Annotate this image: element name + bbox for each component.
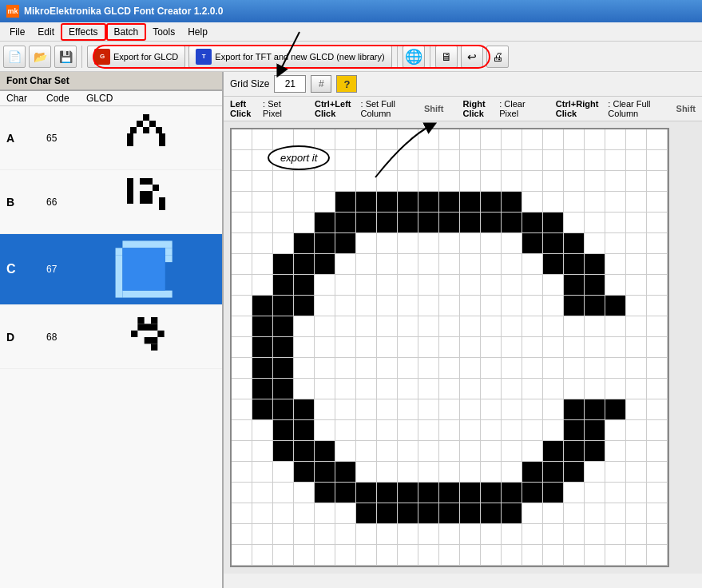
canvas-cell[interactable] <box>522 213 543 233</box>
canvas-cell[interactable] <box>232 171 252 192</box>
canvas-cell[interactable] <box>502 441 522 462</box>
canvas-cell[interactable] <box>481 316 502 337</box>
canvas-cell[interactable] <box>543 275 564 296</box>
canvas-cell[interactable] <box>439 192 460 213</box>
canvas-cell[interactable] <box>418 150 439 171</box>
canvas-cell[interactable] <box>377 337 398 358</box>
canvas-cell[interactable] <box>626 441 647 462</box>
canvas-cell[interactable] <box>460 296 481 316</box>
canvas-cell[interactable] <box>647 316 668 337</box>
canvas-cell[interactable] <box>232 150 252 171</box>
canvas-cell[interactable] <box>335 524 356 545</box>
canvas-cell[interactable] <box>564 296 585 316</box>
undo-button[interactable]: ↩ <box>461 46 483 68</box>
canvas-cell[interactable] <box>315 254 335 275</box>
canvas-cell[interactable] <box>273 503 294 524</box>
canvas-cell[interactable] <box>522 316 543 337</box>
canvas-cell[interactable] <box>564 483 585 503</box>
canvas-cell[interactable] <box>315 129 335 150</box>
canvas-cell[interactable] <box>522 545 543 566</box>
canvas-cell[interactable] <box>418 275 439 296</box>
canvas-cell[interactable] <box>273 316 294 337</box>
canvas-cell[interactable] <box>273 358 294 379</box>
canvas-cell[interactable] <box>398 399 418 420</box>
canvas-cell[interactable] <box>543 296 564 316</box>
canvas-cell[interactable] <box>315 171 335 192</box>
canvas-cell[interactable] <box>564 192 585 213</box>
canvas-cell[interactable] <box>356 213 377 233</box>
canvas-cell[interactable] <box>585 358 605 379</box>
canvas-cell[interactable] <box>502 358 522 379</box>
canvas-cell[interactable] <box>356 296 377 316</box>
canvas-cell[interactable] <box>605 483 626 503</box>
canvas-cell[interactable] <box>564 399 585 420</box>
canvas-cell[interactable] <box>232 399 252 420</box>
canvas-cell[interactable] <box>543 503 564 524</box>
canvas-cell[interactable] <box>522 337 543 358</box>
canvas-cell[interactable] <box>398 483 418 503</box>
canvas-cell[interactable] <box>585 399 605 420</box>
canvas-cell[interactable] <box>522 296 543 316</box>
canvas-cell[interactable] <box>481 337 502 358</box>
canvas-cell[interactable] <box>232 503 252 524</box>
canvas-cell[interactable] <box>273 483 294 503</box>
canvas-cell[interactable] <box>481 129 502 150</box>
canvas-cell[interactable] <box>335 379 356 399</box>
canvas-cell[interactable] <box>502 129 522 150</box>
canvas-cell[interactable] <box>418 171 439 192</box>
canvas-cell[interactable] <box>232 129 252 150</box>
canvas-cell[interactable] <box>377 441 398 462</box>
canvas-cell[interactable] <box>481 483 502 503</box>
canvas-cell[interactable] <box>335 358 356 379</box>
canvas-cell[interactable] <box>273 254 294 275</box>
canvas-cell[interactable] <box>647 462 668 483</box>
canvas-cell[interactable] <box>564 254 585 275</box>
canvas-cell[interactable] <box>585 503 605 524</box>
canvas-cell[interactable] <box>252 545 273 566</box>
canvas-cell[interactable] <box>502 213 522 233</box>
canvas-cell[interactable] <box>273 129 294 150</box>
canvas-cell[interactable] <box>605 337 626 358</box>
canvas-cell[interactable] <box>564 316 585 337</box>
canvas-cell[interactable] <box>460 441 481 462</box>
canvas-cell[interactable] <box>460 358 481 379</box>
canvas-cell[interactable] <box>543 399 564 420</box>
canvas-cell[interactable] <box>315 296 335 316</box>
canvas-cell[interactable] <box>418 545 439 566</box>
canvas-cell[interactable] <box>460 213 481 233</box>
canvas-cell[interactable] <box>605 233 626 254</box>
canvas-cell[interactable] <box>315 441 335 462</box>
canvas-cell[interactable] <box>252 503 273 524</box>
canvas-cell[interactable] <box>356 171 377 192</box>
canvas-cell[interactable] <box>564 275 585 296</box>
canvas-cell[interactable] <box>522 171 543 192</box>
canvas-cell[interactable] <box>294 296 315 316</box>
canvas-cell[interactable] <box>605 213 626 233</box>
canvas-cell[interactable] <box>626 358 647 379</box>
canvas-cell[interactable] <box>460 171 481 192</box>
canvas-cell[interactable] <box>605 503 626 524</box>
canvas-cell[interactable] <box>273 462 294 483</box>
canvas-cell[interactable] <box>585 337 605 358</box>
canvas-cell[interactable] <box>294 316 315 337</box>
canvas-cell[interactable] <box>605 358 626 379</box>
canvas-cell[interactable] <box>460 379 481 399</box>
canvas-cell[interactable] <box>273 275 294 296</box>
canvas-cell[interactable] <box>522 462 543 483</box>
canvas-cell[interactable] <box>502 337 522 358</box>
canvas-cell[interactable] <box>564 379 585 399</box>
canvas-cell[interactable] <box>647 441 668 462</box>
canvas-cell[interactable] <box>543 150 564 171</box>
canvas-cell[interactable] <box>543 420 564 441</box>
canvas-cell[interactable] <box>605 171 626 192</box>
canvas-cell[interactable] <box>626 399 647 420</box>
canvas-cell[interactable] <box>481 171 502 192</box>
canvas-cell[interactable] <box>647 524 668 545</box>
canvas-cell[interactable] <box>626 275 647 296</box>
canvas-cell[interactable] <box>335 483 356 503</box>
canvas-cell[interactable] <box>273 192 294 213</box>
canvas-cell[interactable] <box>377 275 398 296</box>
canvas-cell[interactable] <box>502 171 522 192</box>
canvas-cell[interactable] <box>294 254 315 275</box>
canvas-cell[interactable] <box>315 462 335 483</box>
